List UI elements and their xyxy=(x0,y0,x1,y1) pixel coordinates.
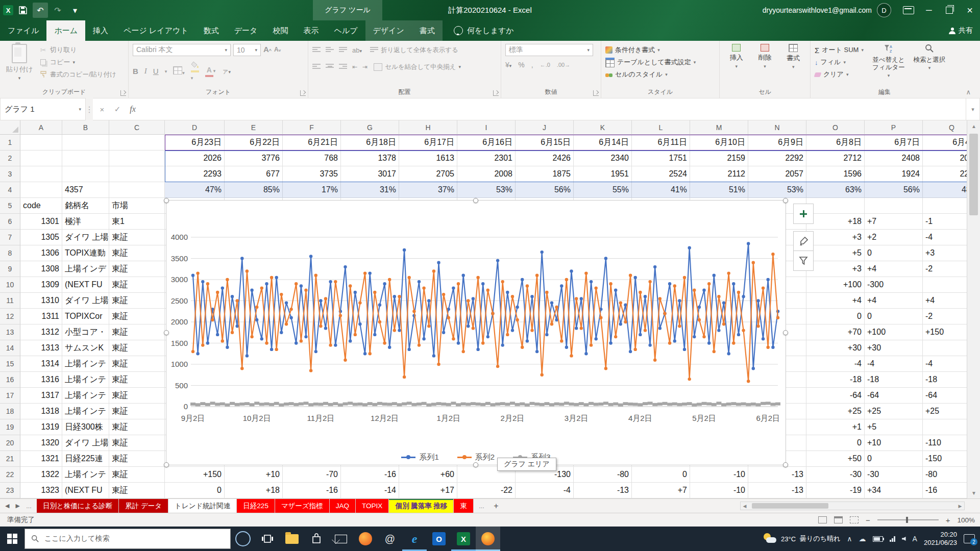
align-center-icon[interactable] xyxy=(326,64,334,70)
cell-I4[interactable]: 53% xyxy=(457,182,516,198)
increase-indent-button[interactable]: ⇥ xyxy=(362,63,368,70)
cell-Q8[interactable]: +3 xyxy=(923,245,967,261)
row-header-13[interactable]: 13 xyxy=(0,324,20,340)
sheet-tab-累計 データ[interactable]: 累計 データ xyxy=(119,499,168,513)
active-app-icon[interactable] xyxy=(476,527,500,551)
row-header-5[interactable]: 5 xyxy=(0,198,20,214)
paste-dropdown[interactable]: ▾ xyxy=(18,76,21,81)
column-header-M[interactable]: M xyxy=(690,120,748,135)
alignment-dialog-launcher[interactable] xyxy=(493,90,499,96)
share-button[interactable]: 共有 xyxy=(949,20,973,41)
cell-P15[interactable]: -4 xyxy=(865,356,923,372)
cell-E4[interactable]: 85% xyxy=(225,182,283,198)
decrease-font-button[interactable]: Av xyxy=(274,46,281,54)
cell-B2[interactable] xyxy=(62,151,109,166)
fill-button[interactable]: ↓フィル▾ xyxy=(815,56,864,68)
cell-B12[interactable]: TOPIXCor xyxy=(62,309,109,324)
column-header-K[interactable]: K xyxy=(574,120,632,135)
cell-A4[interactable] xyxy=(20,182,62,198)
sheet-tab-TOPIX[interactable]: TOPIX xyxy=(356,499,389,513)
cell-P19[interactable]: +5 xyxy=(865,419,923,435)
cell-A18[interactable]: 1318 xyxy=(20,404,62,419)
cell-F2[interactable]: 768 xyxy=(283,151,341,166)
ribbon-tab-ホーム[interactable]: ホーム xyxy=(46,20,85,41)
cell-O10[interactable]: +100 xyxy=(806,277,865,293)
column-header-L[interactable]: L xyxy=(632,120,690,135)
decrease-indent-button[interactable]: ⇤ xyxy=(352,63,357,70)
hscroll-right-arrow[interactable]: ▶ xyxy=(956,504,964,509)
row-header-3[interactable]: 3 xyxy=(0,166,20,182)
currency-format-button[interactable]: ¥▾ xyxy=(505,61,511,69)
column-header-I[interactable]: I xyxy=(457,120,516,135)
restore-button[interactable] xyxy=(939,0,960,20)
cell-M3[interactable]: 2112 xyxy=(690,166,748,182)
column-header-G[interactable]: G xyxy=(341,120,399,135)
number-dialog-launcher[interactable] xyxy=(593,90,599,96)
cell-B11[interactable]: ダイワ 上場 xyxy=(62,293,109,309)
cell-A16[interactable]: 1316 xyxy=(20,372,62,388)
cell-A23[interactable]: 1323 xyxy=(20,483,62,498)
cell-Q21[interactable]: -150 xyxy=(923,451,967,467)
cell-P12[interactable]: 0 xyxy=(865,309,923,324)
cell-P3[interactable]: 1924 xyxy=(865,166,923,182)
cell-K2[interactable]: 2340 xyxy=(574,151,632,166)
row-header-18[interactable]: 18 xyxy=(0,404,20,419)
zoom-slider[interactable] xyxy=(877,519,939,520)
cell-Q19[interactable] xyxy=(923,419,967,435)
formula-input[interactable] xyxy=(142,98,966,120)
ribbon-tab-表示[interactable]: 表示 xyxy=(296,20,326,41)
cell-N1[interactable]: 6月9日 xyxy=(748,135,806,151)
underline-button[interactable]: U xyxy=(153,67,159,76)
align-top-icon[interactable] xyxy=(312,47,321,53)
insert-function-button[interactable]: fx xyxy=(126,102,140,116)
sheet-tab-マザーズ指標[interactable]: マザーズ指標 xyxy=(275,499,330,513)
orientation-button[interactable]: ab▾ xyxy=(352,46,362,54)
cell-O17[interactable]: -64 xyxy=(806,388,865,404)
page-break-view-button[interactable] xyxy=(850,516,859,523)
cell-O13[interactable]: +70 xyxy=(806,324,865,340)
zoom-out-button[interactable]: − xyxy=(866,516,870,524)
cell-O2[interactable]: 2712 xyxy=(806,151,865,166)
cell-P21[interactable]: 0 xyxy=(865,451,923,467)
underline-dropdown[interactable]: ▾ xyxy=(165,69,167,74)
cell-A20[interactable]: 1320 xyxy=(20,435,62,451)
cell-P7[interactable]: +2 xyxy=(865,230,923,245)
format-as-table-button[interactable]: テーブルとして書式設定▾ xyxy=(605,56,715,68)
chart-handle-top-right[interactable] xyxy=(783,198,788,203)
row-header-4[interactable]: 4 xyxy=(0,182,20,198)
column-header-P[interactable]: P xyxy=(865,120,923,135)
row-header-12[interactable]: 12 xyxy=(0,309,20,324)
hscroll-left-arrow[interactable]: ◀ xyxy=(741,504,749,509)
cell-P18[interactable]: +25 xyxy=(865,404,923,419)
cell-C18[interactable]: 東証 xyxy=(109,404,165,419)
cell-C21[interactable]: 東証 xyxy=(109,451,165,467)
legend-item-系列1[interactable]: 系列1 xyxy=(401,453,438,462)
cell-H2[interactable]: 1613 xyxy=(399,151,457,166)
cell-B18[interactable]: 上場インテ xyxy=(62,404,109,419)
action-center-button[interactable]: 2 xyxy=(964,534,975,543)
cell-C7[interactable]: 東証 xyxy=(109,230,165,245)
cell-J23[interactable]: -4 xyxy=(516,483,574,498)
percent-format-button[interactable]: % xyxy=(518,61,524,69)
chart-handle-top-center[interactable] xyxy=(473,198,478,203)
cell-A6[interactable]: 1301 xyxy=(20,214,62,230)
cell-G4[interactable]: 31% xyxy=(341,182,399,198)
sort-filter-button[interactable]: AZ 並べ替えとフィルター▾ xyxy=(869,44,909,86)
cell-Q14[interactable] xyxy=(923,340,967,356)
chart-plot-area[interactable]: 050010001500200025003000350040009月2日10月2… xyxy=(166,201,786,440)
column-header-B[interactable]: B xyxy=(62,120,109,135)
cell-B22[interactable]: 上場インテ xyxy=(62,467,109,483)
cell-Q4[interactable]: 48% xyxy=(923,182,967,198)
sheet-tab-日経225[interactable]: 日経225 xyxy=(237,499,275,513)
row-header-8[interactable]: 8 xyxy=(0,245,20,261)
name-box-dropdown[interactable]: ▾ xyxy=(79,107,81,112)
ribbon-tab-数式[interactable]: 数式 xyxy=(196,20,227,41)
cell-A5[interactable]: code xyxy=(20,198,62,214)
cell-O21[interactable]: +50 xyxy=(806,451,865,467)
collapse-ribbon-button[interactable]: ∧ xyxy=(966,88,971,96)
cell-B13[interactable]: 小型コア・ xyxy=(62,324,109,340)
cell-B3[interactable] xyxy=(62,166,109,182)
cell-B7[interactable]: ダイワ 上場 xyxy=(62,230,109,245)
row-header-21[interactable]: 21 xyxy=(0,451,20,467)
cell-L1[interactable]: 6月11日 xyxy=(632,135,690,151)
